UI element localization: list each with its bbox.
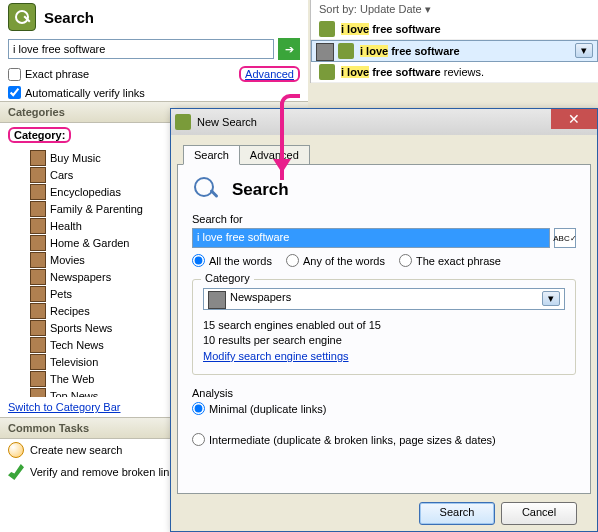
search-result[interactable]: i love free software reviews.: [311, 62, 598, 83]
search-button[interactable]: Search: [419, 502, 495, 525]
search-for-input[interactable]: i love free software: [192, 228, 550, 248]
tab-search[interactable]: Search: [183, 145, 240, 165]
category-label: Category:: [8, 127, 71, 143]
dialog-title: New Search: [197, 116, 257, 128]
close-button[interactable]: ✕: [551, 109, 597, 129]
result-icon: [319, 21, 335, 37]
modify-engines-link[interactable]: Modify search engine settings: [203, 350, 349, 362]
annotation-arrow: [280, 102, 284, 180]
dialog-icon: [175, 114, 191, 130]
spellcheck-button[interactable]: ABC✓: [554, 228, 576, 248]
radio-any-words[interactable]: Any of the words: [286, 254, 385, 267]
result-icon: [319, 64, 335, 80]
search-input[interactable]: [8, 39, 274, 59]
search-title: Search: [44, 9, 94, 26]
exact-phrase-label: Exact phrase: [25, 68, 89, 80]
go-button[interactable]: ➔: [278, 38, 300, 60]
sort-by[interactable]: Sort by: Update Date ▾: [311, 0, 598, 19]
cancel-button[interactable]: Cancel: [501, 502, 577, 525]
category-icon: [30, 320, 46, 336]
auto-verify-checkbox[interactable]: [8, 86, 21, 99]
radio-minimal[interactable]: Minimal (duplicate links): [192, 402, 576, 415]
search-app-icon: [8, 3, 36, 31]
auto-verify-label: Automatically verify links: [25, 87, 145, 99]
category-icon: [30, 303, 46, 319]
search-icon: [192, 175, 222, 205]
category-icon: [30, 218, 46, 234]
category-select[interactable]: Newspapers: [203, 288, 565, 310]
category-icon: [30, 184, 46, 200]
category-icon: [30, 167, 46, 183]
dialog-search-title: Search: [232, 180, 289, 200]
result-icon: [338, 43, 354, 59]
category-icon: [30, 286, 46, 302]
category-icon: [30, 235, 46, 251]
advanced-link[interactable]: Advanced: [245, 68, 294, 80]
engines-info: 15 search engines enabled out of 15: [203, 318, 565, 333]
exact-phrase-checkbox[interactable]: [8, 68, 21, 81]
search-result[interactable]: i love free software: [311, 40, 598, 62]
radio-all-words[interactable]: All the words: [192, 254, 272, 267]
category-icon: [30, 252, 46, 268]
verify-icon: [8, 464, 24, 480]
category-icon: [30, 150, 46, 166]
new-search-dialog: New Search ✕ Search Advanced Search Sear…: [170, 108, 598, 532]
search-result[interactable]: i love free software: [311, 19, 598, 40]
category-icon: [30, 201, 46, 217]
new-search-icon: [8, 442, 24, 458]
category-icon: [30, 337, 46, 353]
category-icon: [30, 388, 46, 398]
analysis-label: Analysis: [192, 387, 576, 399]
category-icon: [30, 269, 46, 285]
switch-category-bar-link[interactable]: Switch to Category Bar: [0, 397, 129, 417]
category-group-label: Category: [201, 272, 254, 284]
category-icon: [30, 354, 46, 370]
search-for-label: Search for: [192, 213, 576, 225]
radio-exact-phrase[interactable]: The exact phrase: [399, 254, 501, 267]
radio-intermediate[interactable]: Intermediate (duplicate & broken links, …: [192, 433, 576, 446]
results-info: 10 results per search engine: [203, 333, 565, 348]
category-icon: [30, 371, 46, 387]
